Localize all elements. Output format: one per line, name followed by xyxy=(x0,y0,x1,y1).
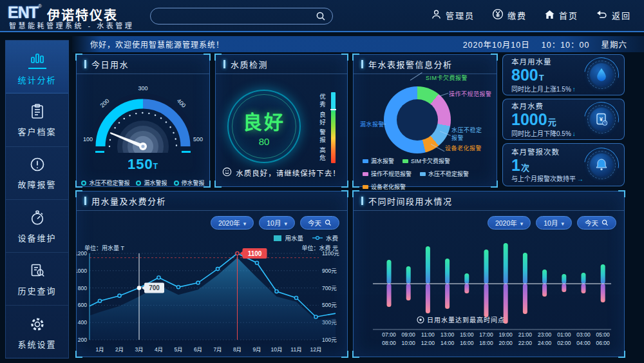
dashboard-page: ENT® 伊诺特仪表 智慧能耗管理系统 - 水表管理 管理员 xyxy=(0,0,644,363)
today-filter[interactable]: 今天 xyxy=(577,216,616,230)
data-point xyxy=(236,251,239,255)
data-point xyxy=(275,289,278,293)
chart-filters: 2020年 10月 今天 xyxy=(211,216,339,230)
data-point xyxy=(294,296,298,299)
svg-text:600: 600 xyxy=(78,302,87,308)
quality-body: 良好 80 优秀 良好 警报 高危 xyxy=(216,74,347,163)
svg-text:22:00: 22:00 xyxy=(518,340,533,346)
legend-swatch xyxy=(363,185,368,189)
bar-down xyxy=(601,284,605,302)
legend-item-fee[interactable]: 水费 xyxy=(312,233,338,242)
bar-down xyxy=(523,284,527,314)
svg-text:19:00: 19:00 xyxy=(499,331,513,338)
nav-home[interactable]: 首页 xyxy=(544,8,578,22)
card-title: 年水表报警信息分析 xyxy=(354,55,497,74)
stat-title: 本月警报次数 xyxy=(511,146,583,157)
today-filter[interactable]: 今天 xyxy=(300,216,339,230)
search-icon[interactable] xyxy=(316,11,326,21)
legend-item[interactable]: SIM卡欠费报警 xyxy=(402,157,450,165)
card-usage-fee-analysis: 用水量及水费分析 2020年 10月 今天 用水量 水费 单位：用水量 T 单位… xyxy=(76,191,348,357)
svg-text:900元: 900元 xyxy=(322,268,337,274)
data-point xyxy=(118,294,121,297)
nav-back[interactable]: 返回 xyxy=(596,8,631,22)
svg-text:23:00: 23:00 xyxy=(538,331,552,338)
svg-text:16:00: 16:00 xyxy=(460,340,474,346)
svg-text:800: 800 xyxy=(78,285,87,291)
trend-down-icon: ↓ xyxy=(573,130,576,137)
legend-item[interactable]: 水压不稳定报警 xyxy=(420,170,469,178)
bar-chart-icon xyxy=(28,48,46,69)
card-water-quality: 水质检测 良好 80 优秀 良好 警报 高危 水质良好，请继续保 xyxy=(215,54,348,187)
stat-value: 1次 xyxy=(511,157,583,173)
svg-text:700: 700 xyxy=(149,284,160,291)
legend-item[interactable]: 设备老化报警 xyxy=(363,182,406,191)
svg-text:2月: 2月 xyxy=(115,346,124,353)
bar-up xyxy=(445,259,450,284)
quality-gradient-bar xyxy=(331,92,336,163)
back-arrow-icon xyxy=(596,10,608,21)
stat-icon-ring xyxy=(585,59,618,91)
card-title: 水质检测 xyxy=(216,55,347,74)
data-point xyxy=(314,315,317,319)
sidebar-item-fault-alarm[interactable]: 故障报警 xyxy=(6,147,68,200)
svg-text:500元: 500元 xyxy=(322,302,337,308)
svg-text:03:00: 03:00 xyxy=(576,331,591,338)
registered-mark: ® xyxy=(38,3,42,9)
card-time-period-usage: 不同时间段用水情况 2020年 10月 今天 07:0008:0009:0010… xyxy=(353,191,625,357)
svg-text:05:00: 05:00 xyxy=(596,331,611,338)
stat-month-alerts: 本月警报次数 1次 与上个月报警次数持平→ xyxy=(502,143,625,186)
quality-message: 水质良好，请继续保持下去！ xyxy=(216,167,347,178)
svg-text:04:00: 04:00 xyxy=(576,340,591,346)
bar-up xyxy=(542,270,547,284)
bar-down xyxy=(406,284,411,300)
svg-text:¥: ¥ xyxy=(600,115,603,123)
gauge-tick: 300 xyxy=(138,85,147,92)
donut-callout-leak: 漏水报警 xyxy=(360,121,384,129)
gauge-legend: 水压不稳定警报 漏水警报 停水警报 xyxy=(77,179,209,187)
svg-text:21:00: 21:00 xyxy=(518,331,533,338)
search-bar[interactable] xyxy=(150,8,333,25)
search-icon xyxy=(325,219,332,226)
legend-item: 停水警报 xyxy=(174,179,205,187)
stat-icon-ring xyxy=(585,149,618,181)
year-filter[interactable]: 2020年 xyxy=(488,216,531,230)
sidebar-item-customers[interactable]: 客户档案 xyxy=(6,93,68,146)
month-filter[interactable]: 10月 xyxy=(259,216,295,230)
legend-item: 水压不稳定警报 xyxy=(81,179,129,187)
stat-title: 本月水费 xyxy=(511,101,576,111)
legend-swatch xyxy=(363,172,368,176)
legend-item[interactable]: 操作不规范报警 xyxy=(363,170,412,178)
data-point xyxy=(157,276,160,279)
month-filter[interactable]: 10月 xyxy=(536,216,572,230)
search-icon xyxy=(601,219,609,226)
sidebar-item-statistics[interactable]: 统计分析 xyxy=(6,41,68,93)
time-text: 10：10：00 xyxy=(542,38,590,50)
year-filter[interactable]: 2020年 xyxy=(211,216,254,230)
logo-ent: ENT xyxy=(8,3,38,22)
sidebar-item-maintenance[interactable]: 设备维护 xyxy=(6,200,68,253)
data-point xyxy=(216,268,219,271)
svg-text:1100: 1100 xyxy=(248,250,262,257)
sidebar-item-settings[interactable]: 系统设置 xyxy=(6,306,68,358)
quality-scale-labels: 优秀 良好 警报 高危 xyxy=(317,92,327,163)
data-point xyxy=(137,286,140,289)
alert-circle-icon xyxy=(28,155,46,173)
bar-up xyxy=(464,273,469,284)
legend-item[interactable]: 漏水报警 xyxy=(363,157,394,165)
legend-item-usage[interactable]: 用水量 xyxy=(274,233,303,242)
bar-down xyxy=(464,284,469,293)
nav-admin[interactable]: 管理员 xyxy=(431,8,475,22)
water-drop-icon xyxy=(590,63,613,86)
card-title: 不同时间段用水情况 xyxy=(354,191,624,211)
bar-up xyxy=(484,250,489,284)
usage-chart-legend: 用水量 水费 xyxy=(274,233,338,242)
svg-text:1月: 1月 xyxy=(95,346,104,353)
gauge-svg xyxy=(82,84,204,153)
line-marker-icon xyxy=(312,235,323,240)
nav-pay[interactable]: 缴费 xyxy=(492,8,527,22)
bars-up xyxy=(387,243,605,284)
svg-text:07:00: 07:00 xyxy=(382,331,396,338)
peak-annotation: 日用水量达到最高时间点 xyxy=(417,316,505,324)
sidebar-item-history[interactable]: 历史查询 xyxy=(6,253,68,306)
search-input[interactable] xyxy=(151,8,316,24)
